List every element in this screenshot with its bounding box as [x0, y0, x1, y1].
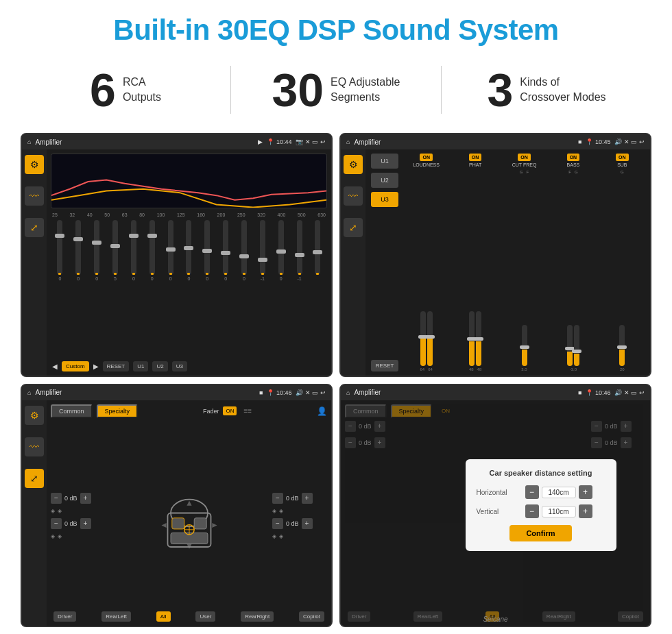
- eq-slider-15: [310, 220, 326, 276]
- cr-u-buttons: U1 U2 U3 RESET: [371, 154, 398, 371]
- cr-phat-label: PHAT: [469, 162, 481, 167]
- cr-reset-btn[interactable]: RESET: [371, 360, 398, 371]
- screen4-icons: 🔊 ✕ ▭ ↩: [614, 389, 645, 396]
- eq-slider-7: 0: [163, 220, 178, 281]
- eq-sliders: 0 0 0 5 0 0 0 0 0 0 0 -1 0 -1: [51, 220, 327, 356]
- fd-icon-arrows[interactable]: ⤢: [25, 469, 44, 488]
- fd-minus-2[interactable]: −: [51, 518, 62, 529]
- eq-reset-btn[interactable]: RESET: [103, 361, 130, 371]
- screen1-time: 📍 10:44: [267, 138, 291, 145]
- vertical-minus-btn[interactable]: −: [525, 504, 539, 518]
- eq-slider-14: -1: [291, 220, 307, 281]
- cr-phat: ON PHAT: [453, 154, 497, 371]
- eq-next-btn[interactable]: ▶: [93, 363, 99, 370]
- cr-bass-toggle[interactable]: ON: [567, 154, 580, 161]
- fd-car-diagram: [111, 424, 267, 609]
- fd-position-labels: Driver RearLeft All User RearRight Copil…: [51, 611, 327, 622]
- fd-speaker-icons-r: ◈◈: [272, 508, 327, 514]
- svg-marker-8: [187, 500, 191, 505]
- fd-db-row-4: − 0 dB +: [272, 518, 327, 529]
- eq-u3-btn[interactable]: U3: [172, 361, 187, 371]
- vertical-label: Vertical: [477, 508, 521, 515]
- eq-u2-btn[interactable]: U2: [152, 361, 167, 371]
- dialog-title: Car speaker distance setting: [477, 469, 605, 477]
- cr-loudness-toggle[interactable]: ON: [420, 154, 433, 161]
- screen4-time: 📍 10:46: [586, 389, 610, 396]
- eq-number: 30: [272, 66, 324, 113]
- eq-icon-active[interactable]: ⚙: [25, 155, 44, 174]
- fd-plus-3[interactable]: +: [302, 493, 313, 504]
- fd-minus-3[interactable]: −: [272, 493, 283, 504]
- fd-minus-1[interactable]: −: [51, 493, 62, 504]
- svg-marker-10: [161, 523, 166, 528]
- horizontal-minus-btn[interactable]: −: [525, 485, 539, 499]
- fd-minus-4[interactable]: −: [272, 518, 283, 529]
- eq-graph: [51, 154, 327, 208]
- svg-rect-3: [194, 517, 206, 528]
- home-icon-s2[interactable]: ⌂: [346, 138, 350, 145]
- fd-plus-1[interactable]: +: [80, 493, 91, 504]
- fd-right-controls: − 0 dB + ◈◈ − 0 dB +: [272, 424, 327, 609]
- eq-freq-labels: 25 32 40 50 63 80 100 125 160 200 250 32…: [51, 212, 327, 217]
- fd-common-tab[interactable]: Common: [51, 404, 93, 418]
- svg-marker-11: [212, 523, 217, 528]
- s2-icon[interactable]: ■: [578, 138, 581, 145]
- fd-speaker-icons-l2: ◈◈: [51, 533, 106, 539]
- home-icon-s3[interactable]: ⌂: [27, 389, 31, 396]
- eq-icon-wave[interactable]: 〰: [25, 186, 44, 206]
- fd-fader-label: Fader: [203, 408, 219, 415]
- confirm-button[interactable]: Confirm: [509, 525, 571, 541]
- eq-u1-btn[interactable]: U1: [133, 361, 148, 371]
- cr-sub-toggle[interactable]: ON: [616, 154, 629, 161]
- screen-eq: ⌂ Amplifier ▶ 📍 10:44 📷 ✕ ▭ ↩ ⚙ 〰 ⤢: [21, 133, 333, 377]
- cr-cutfreq-toggle[interactable]: ON: [518, 154, 531, 161]
- cr-u1-btn[interactable]: U1: [371, 154, 398, 169]
- fd-person-icon[interactable]: 👤: [317, 406, 327, 416]
- eq-prev-btn[interactable]: ◀: [52, 363, 58, 370]
- cr-loudness-label: LOUDNESS: [413, 162, 440, 167]
- cr-u3-btn[interactable]: U3: [371, 192, 398, 207]
- fd-plus-4[interactable]: +: [302, 518, 313, 529]
- horizontal-plus-btn[interactable]: +: [579, 485, 592, 499]
- cr-icon-arrows[interactable]: ⤢: [344, 218, 363, 237]
- cr-controls-area: ON LOUDNESS: [404, 154, 645, 371]
- fd-all-btn[interactable]: All: [156, 611, 171, 622]
- crossover-number: 3: [487, 66, 513, 113]
- play-icon-s1[interactable]: ▶: [258, 138, 263, 145]
- screen1-topbar: ⌂ Amplifier ▶ 📍 10:44 📷 ✕ ▭ ↩: [22, 134, 331, 149]
- s4-icon[interactable]: ■: [578, 389, 581, 396]
- cr-phat-toggle[interactable]: ON: [469, 154, 482, 161]
- screen1-title: Amplifier: [35, 138, 254, 146]
- cr-icon-wave[interactable]: 〰: [344, 186, 363, 206]
- screen3-title: Amplifier: [35, 389, 255, 396]
- cr-bass-label: BASS: [567, 162, 580, 167]
- fd-settings-icon[interactable]: ≡≡: [243, 407, 252, 415]
- eq-icon-arrows[interactable]: ⤢: [25, 218, 44, 237]
- fd-plus-2[interactable]: +: [80, 518, 91, 529]
- screens-grid: ⌂ Amplifier ▶ 📍 10:44 📷 ✕ ▭ ↩ ⚙ 〰 ⤢: [21, 133, 651, 627]
- cr-u2-btn[interactable]: U2: [371, 173, 398, 188]
- home-icon-s1[interactable]: ⌂: [27, 138, 31, 145]
- fd-icon-eq[interactable]: ⚙: [25, 406, 44, 425]
- horizontal-input-group: − 140cm +: [525, 485, 605, 499]
- fd-rearleft-btn[interactable]: RearLeft: [101, 611, 131, 622]
- cr-icon-eq[interactable]: ⚙: [344, 155, 363, 174]
- fd-driver-btn[interactable]: Driver: [53, 611, 76, 622]
- fd-specialty-tab[interactable]: Specialty: [97, 404, 139, 418]
- fd-rearright-btn[interactable]: RearRight: [241, 611, 274, 622]
- eq-bottom-bar: ◀ Custom ▶ RESET U1 U2 U3: [51, 358, 327, 371]
- fd-main-area: Common Specialty Fader ON ≡≡ 👤 −: [47, 400, 331, 626]
- page-title: Built-in 30EQ DSP Sound System: [113, 14, 558, 47]
- vertical-plus-btn[interactable]: +: [579, 504, 592, 518]
- fd-user-btn[interactable]: User: [195, 611, 215, 622]
- fd-copilot-btn[interactable]: Copilot: [299, 611, 324, 622]
- s3-icon[interactable]: ■: [259, 389, 263, 396]
- car-svg: [158, 475, 220, 557]
- home-icon-s4[interactable]: ⌂: [346, 389, 350, 396]
- screen3-topbar: ⌂ Amplifier ■ 📍 10:46 🔊 ✕ ▭ ↩: [22, 385, 331, 400]
- eq-custom-btn[interactable]: Custom: [62, 361, 89, 371]
- fd-icon-wave[interactable]: 〰: [25, 437, 44, 456]
- fd-fader-toggle[interactable]: ON: [223, 406, 237, 415]
- distance-dialog: Car speaker distance setting Horizontal …: [466, 459, 616, 551]
- fd-db-row-1: − 0 dB +: [51, 493, 106, 504]
